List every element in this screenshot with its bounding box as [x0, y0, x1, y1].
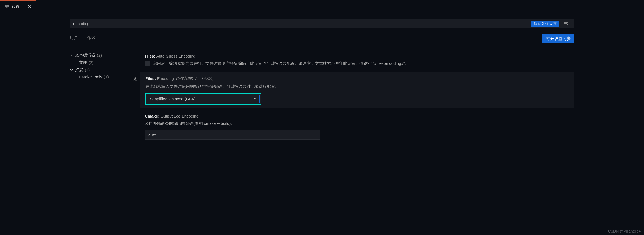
setting-files-encoding: Files: Encoding (同时修改于: 工作区) 在读取和写入文件时使用…	[140, 72, 574, 109]
scope-tabs: 用户 工作区	[70, 34, 95, 43]
encoding-select[interactable]: Simplified Chinese (GBK)	[145, 93, 261, 105]
settings-body: 文本编辑器 (2) 文件 (2) 扩展 (1) CMake Tools (1)	[70, 50, 574, 145]
setting-auto-guess-encoding: Files: Auto Guess Encoding 启用后，编辑器将尝试在打开…	[140, 50, 574, 71]
tree-label: 扩展	[75, 67, 83, 72]
setting-prefix: Files:	[145, 54, 155, 58]
tree-count: (1)	[104, 75, 109, 79]
tab-bar: 设置 ✕	[0, 0, 644, 13]
tree-item-cmake-tools[interactable]: CMake Tools (1)	[70, 73, 137, 80]
found-count-badge: 找到 3 个设置	[531, 21, 559, 27]
setting-prefix: Cmake:	[145, 114, 159, 118]
watermark: CSDN @Villanelle#	[608, 229, 641, 233]
setting-title: Files: Encoding (同时修改于: 工作区)	[145, 76, 569, 81]
settings-sliders-icon	[5, 5, 9, 9]
chevron-down-icon	[70, 68, 73, 72]
tab-settings[interactable]: 设置 ✕	[0, 0, 36, 13]
svg-point-3	[7, 6, 8, 7]
setting-suffix: Encoding	[157, 76, 174, 81]
setting-title: Cmake: Output Log Encoding	[145, 114, 569, 118]
select-inner: Simplified Chinese (GBK)	[147, 95, 260, 103]
filter-icon[interactable]	[562, 21, 569, 27]
setting-description: 启用后，编辑器将尝试在打开文件时猜测字符集编码。此设置也可以按语言配置。请注意，…	[153, 60, 409, 67]
tab-workspace[interactable]: 工作区	[83, 34, 95, 43]
svg-point-5	[6, 8, 7, 8]
open-settings-sync-button[interactable]: 打开设置同步	[542, 34, 574, 43]
svg-point-1	[6, 5, 7, 6]
svg-point-11	[135, 78, 136, 80]
setting-description: 来自外部命令的输出的编码(例如 cmake -- build)。	[145, 120, 401, 127]
settings-tree: 文本编辑器 (2) 文件 (2) 扩展 (1) CMake Tools (1)	[70, 50, 137, 145]
tab-user[interactable]: 用户	[70, 34, 78, 43]
workspace-link[interactable]: 工作区	[200, 76, 212, 81]
tree-label: 文本编辑器	[75, 53, 95, 58]
tree-count: (2)	[97, 53, 102, 58]
tree-count: (2)	[89, 60, 93, 65]
cmake-log-encoding-input[interactable]	[145, 130, 320, 140]
tree-item-extensions[interactable]: 扩展 (1)	[70, 66, 137, 73]
setting-prefix: Files:	[145, 76, 156, 81]
setting-suffix: Auto Guess Encoding	[156, 54, 195, 58]
tree-item-files[interactable]: 文件 (2)	[70, 59, 137, 66]
settings-content: 找到 3 个设置 用户 工作区 打开设置同步 文本编辑器 (2) 文件	[0, 13, 644, 145]
settings-list: Files: Auto Guess Encoding 启用后，编辑器将尝试在打开…	[137, 50, 574, 145]
chevron-down-icon	[253, 96, 257, 101]
select-value: Simplified Chinese (GBK)	[150, 96, 196, 101]
gear-icon[interactable]	[133, 77, 138, 82]
close-icon[interactable]: ✕	[28, 4, 32, 10]
tree-item-text-editor[interactable]: 文本编辑器 (2)	[70, 52, 137, 59]
setting-description: 在读取和写入文件时使用的默认字符集编码。可以按语言对此项进行配置。	[145, 83, 402, 90]
search-input[interactable]	[70, 19, 574, 28]
tree-label: 文件	[79, 60, 87, 65]
setting-suffix: Output Log Encoding	[160, 114, 198, 118]
tab-title: 设置	[12, 4, 19, 9]
setting-cmake-output-log-encoding: Cmake: Output Log Encoding 来自外部命令的输出的编码(…	[140, 110, 574, 143]
setting-title: Files: Auto Guess Encoding	[145, 54, 569, 58]
checkbox-row: 启用后，编辑器将尝试在打开文件时猜测字符集编码。此设置也可以按语言配置。请注意，…	[145, 60, 569, 67]
tree-label: CMake Tools	[79, 75, 102, 79]
setting-modified-meta: (同时修改于: 工作区)	[176, 76, 213, 81]
chevron-down-icon	[70, 53, 73, 57]
checkbox-auto-guess[interactable]	[145, 61, 150, 66]
search-row	[70, 19, 574, 28]
tree-count: (1)	[85, 68, 90, 72]
scope-row: 用户 工作区 打开设置同步	[70, 34, 574, 43]
